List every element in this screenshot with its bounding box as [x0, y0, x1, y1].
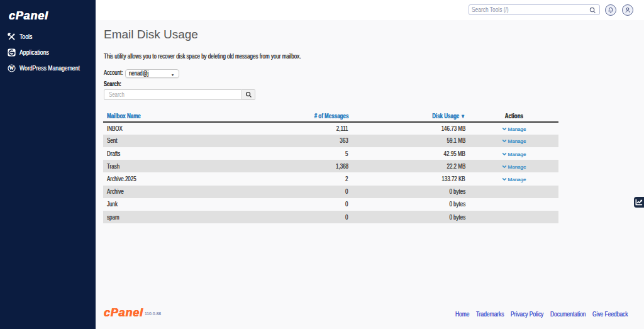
svg-text:W: W — [9, 65, 14, 70]
